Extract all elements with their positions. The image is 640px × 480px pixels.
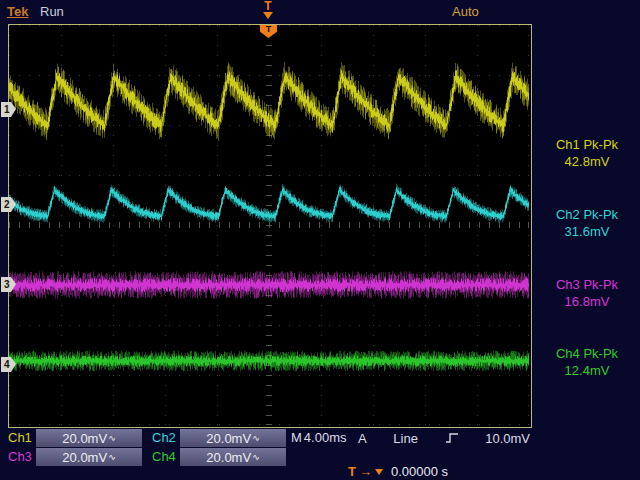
trigger-delay-down-arrow-icon [375,469,383,475]
timebase-value: 4.00ms [304,430,347,445]
ch3-scale-value: 20.0mV [62,450,107,465]
oscilloscope-screen: Tek Run T Auto T 1 2 3 4 Ch1 Pk-Pk 42.8m… [0,0,640,480]
ch4-scale-value: 20.0mV [206,450,251,465]
ch1-coupling-icon: ∿ [108,433,116,443]
measurement-ch1-label: Ch1 Pk-Pk [536,136,638,153]
measurement-ch3-label: Ch3 Pk-Pk [536,276,638,293]
rising-edge-icon [445,432,459,444]
measurement-ch3: Ch3 Pk-Pk 16.8mV [536,276,638,310]
brand-logo: Tek [7,4,28,19]
trigger-position-label: T [264,0,271,13]
trigger-mode-status: Auto [452,4,479,19]
measurement-ch2: Ch2 Pk-Pk 31.6mV [536,206,638,240]
measurement-ch2-label: Ch2 Pk-Pk [536,206,638,223]
measurement-ch4: Ch4 Pk-Pk 12.4mV [536,345,638,379]
ch4-readout-label: Ch4 [152,448,176,466]
ch4-coupling-icon: ∿ [252,452,260,462]
measurement-ch3-value: 16.8mV [536,293,638,310]
ch2-readout-label: Ch2 [152,429,176,447]
ch1-scale-readout: 20.0mV∿ [36,429,142,447]
trigger-source: Line [393,431,418,446]
trigger-delay-label: T [348,464,356,479]
trigger-position-indicator: T [258,1,278,19]
ch2-coupling-icon: ∿ [252,433,260,443]
timebase-readout: M4.00ms [291,429,346,447]
trigger-delay-arrow-icon: → [359,464,372,479]
trigger-level-value: 10.0mV [485,431,530,446]
ch2-scale-value: 20.0mV [206,431,251,446]
measurement-ch1: Ch1 Pk-Pk 42.8mV [536,136,638,170]
trigger-source-prefix: A [358,431,367,446]
measurement-ch2-value: 31.6mV [536,223,638,240]
trigger-marker-label: T [266,24,272,34]
ch2-scale-readout: 20.0mV∿ [180,429,286,447]
ch4-scale-readout: 20.0mV∿ [180,448,286,466]
ch3-scale-readout: 20.0mV∿ [36,448,142,466]
ch1-scale-value: 20.0mV [62,431,107,446]
measurement-ch4-value: 12.4mV [536,362,638,379]
timebase-label: M [291,430,302,445]
trigger-delay-readout: T → 0.00000 s [348,463,448,479]
ch3-readout-label: Ch3 [8,448,32,466]
trigger-down-arrow-icon [263,12,273,19]
waveform-canvas [9,25,529,425]
trigger-delay-value: 0.00000 s [391,464,448,479]
measurement-ch1-value: 42.8mV [536,153,638,170]
graticule [8,24,532,428]
ch3-coupling-icon: ∿ [108,452,116,462]
measurement-ch4-label: Ch4 Pk-Pk [536,345,638,362]
trigger-readout: A Line 10.0mV [358,429,530,447]
ch1-readout-label: Ch1 [8,429,32,447]
acquisition-status: Run [40,4,64,19]
